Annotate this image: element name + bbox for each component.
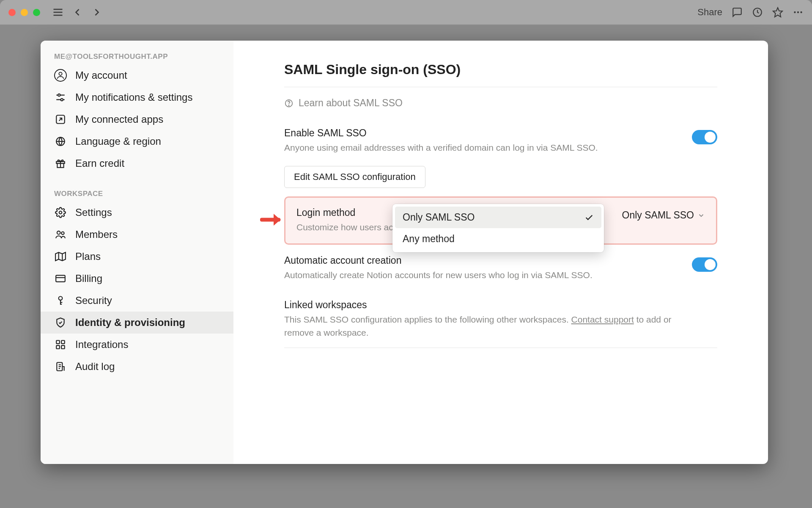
people-icon	[54, 228, 67, 241]
sidebar-item-label: Earn credit	[75, 157, 124, 169]
window-zoom-button[interactable]	[33, 9, 40, 16]
gift-icon	[54, 157, 67, 170]
sidebar-item-members[interactable]: Members	[41, 224, 233, 246]
sidebar-item-label: Members	[75, 229, 118, 240]
window-close-button[interactable]	[8, 9, 16, 16]
sidebar-item-label: Plans	[75, 251, 101, 262]
login-method-popover: Only SAML SSO Any method	[392, 204, 604, 252]
arrow-up-right-box-icon	[54, 113, 67, 126]
svg-rect-34	[56, 345, 60, 349]
sidebar-item-plans[interactable]: Plans	[41, 246, 233, 268]
setting-desc: Automatically create Notion accounts for…	[284, 269, 675, 282]
sidebar-item-label: Audit log	[75, 361, 115, 373]
svg-rect-35	[61, 345, 65, 349]
sidebar-item-notifications[interactable]: My notifications & settings	[41, 86, 233, 108]
grid-icon	[54, 338, 67, 351]
dropdown-option-any-method[interactable]: Any method	[395, 228, 601, 250]
help-link-label: Learn about SAML SSO	[299, 97, 403, 109]
svg-point-10	[58, 94, 60, 96]
sidebar-item-language[interactable]: Language & region	[41, 130, 233, 152]
sliders-icon	[54, 91, 67, 104]
chevron-down-icon	[697, 212, 705, 219]
window-titlebar: Share	[0, 0, 812, 25]
svg-point-6	[797, 11, 799, 13]
dropdown-option-label: Any method	[403, 233, 455, 245]
enable-saml-toggle[interactable]	[692, 130, 717, 144]
globe-icon	[54, 135, 67, 148]
sidebar-item-label: Security	[75, 295, 112, 306]
hamburger-icon[interactable]	[52, 6, 64, 18]
edit-saml-config-button[interactable]: Edit SAML SSO configuration	[284, 166, 425, 188]
svg-rect-26	[56, 275, 65, 282]
login-method-highlight: Login method Customize how users access …	[284, 196, 717, 244]
svg-point-41	[288, 105, 289, 105]
setting-auto-account-creation: Automatic account creation Automatically…	[284, 255, 717, 282]
check-icon	[584, 213, 594, 222]
map-icon	[54, 250, 67, 263]
sidebar-item-audit-log[interactable]: Audit log	[41, 356, 233, 378]
sidebar-item-earn-credit[interactable]: Earn credit	[41, 152, 233, 174]
gear-icon	[54, 206, 67, 219]
setting-title: Enable SAML SSO	[284, 127, 675, 139]
star-icon[interactable]	[772, 7, 783, 18]
clock-icon[interactable]	[752, 7, 763, 18]
setting-linked-workspaces: Linked workspaces This SAML SSO configur…	[284, 299, 717, 339]
svg-point-8	[59, 72, 62, 75]
auto-account-toggle[interactable]	[692, 257, 717, 272]
audit-log-icon	[54, 360, 67, 373]
svg-point-5	[794, 11, 796, 13]
svg-point-20	[59, 211, 62, 214]
sidebar-item-label: Identity & provisioning	[75, 317, 185, 329]
back-icon[interactable]	[71, 6, 83, 18]
contact-support-link[interactable]: Contact support	[571, 315, 634, 324]
dropdown-selected-label: Only SAML SSO	[622, 210, 694, 221]
help-link[interactable]: Learn about SAML SSO	[284, 97, 717, 109]
more-icon[interactable]	[793, 7, 804, 18]
setting-desc: This SAML SSO configuration applies to t…	[284, 313, 700, 339]
shield-check-icon	[54, 316, 67, 329]
sidebar-item-settings[interactable]: Settings	[41, 202, 233, 224]
divider	[284, 348, 717, 348]
page-title: SAML Single sign-on (SSO)	[284, 62, 717, 77]
credit-card-icon	[54, 272, 67, 285]
avatar-icon	[54, 69, 67, 82]
sidebar-item-billing[interactable]: Billing	[41, 268, 233, 290]
svg-marker-4	[773, 8, 782, 17]
divider	[284, 87, 717, 87]
svg-point-22	[61, 232, 64, 235]
sidebar-item-label: Language & region	[75, 135, 161, 147]
setting-desc: Anyone using email addresses with a veri…	[284, 141, 675, 154]
sidebar-item-label: Billing	[75, 273, 102, 284]
settings-modal: ME@TOOLSFORTHOUGHT.APP My account My not…	[41, 41, 768, 464]
sidebar-item-label: Integrations	[75, 339, 128, 351]
sidebar-item-my-account[interactable]: My account	[41, 64, 233, 86]
setting-enable-saml: Enable SAML SSO Anyone using email addre…	[284, 127, 717, 154]
dropdown-option-only-saml[interactable]: Only SAML SSO	[395, 207, 601, 228]
sidebar-item-label: My account	[75, 69, 127, 81]
forward-icon[interactable]	[91, 6, 103, 18]
svg-point-12	[61, 99, 63, 101]
sidebar-item-label: My notifications & settings	[75, 91, 192, 103]
help-icon	[284, 99, 294, 108]
sidebar-item-label: Settings	[75, 207, 112, 218]
dropdown-option-label: Only SAML SSO	[403, 212, 475, 223]
svg-rect-32	[56, 340, 60, 344]
share-button[interactable]: Share	[697, 7, 722, 18]
window-minimize-button[interactable]	[21, 9, 28, 16]
svg-point-7	[800, 11, 802, 13]
login-method-dropdown[interactable]: Only SAML SSO	[622, 210, 705, 221]
sidebar-item-connected-apps[interactable]: My connected apps	[41, 108, 233, 130]
callout-arrow-icon	[260, 210, 284, 231]
settings-sidebar: ME@TOOLSFORTHOUGHT.APP My account My not…	[41, 41, 233, 464]
setting-title: Automatic account creation	[284, 255, 675, 266]
sidebar-item-security[interactable]: Security	[41, 290, 233, 312]
sidebar-item-identity-provisioning[interactable]: Identity & provisioning	[41, 312, 233, 334]
sidebar-account-email: ME@TOOLSFORTHOUGHT.APP	[41, 49, 233, 64]
comment-icon[interactable]	[732, 7, 743, 18]
key-icon	[54, 294, 67, 307]
sidebar-item-label: My connected apps	[75, 113, 163, 125]
svg-point-21	[57, 231, 60, 235]
sidebar-item-integrations[interactable]: Integrations	[41, 334, 233, 356]
sidebar-workspace-label: WORKSPACE	[41, 186, 233, 202]
main-panel: SAML Single sign-on (SSO) Learn about SA…	[233, 41, 768, 464]
